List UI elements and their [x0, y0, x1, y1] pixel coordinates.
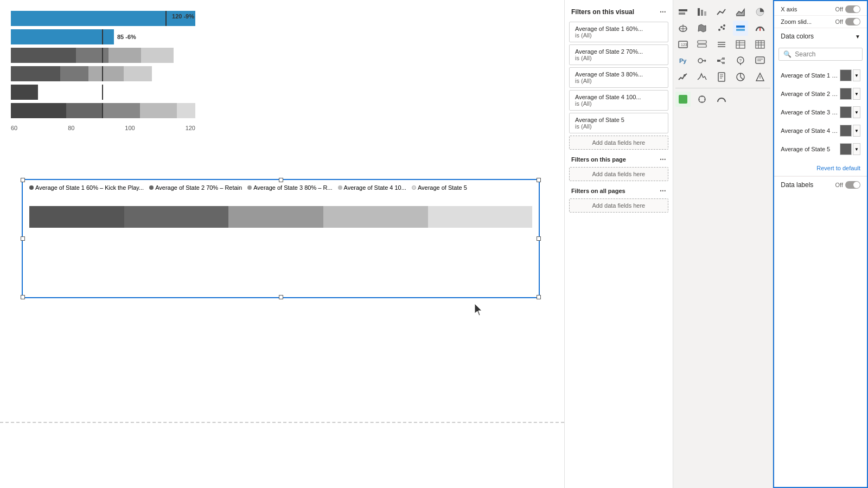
- color-dropdown-3[interactable]: ▼: [853, 106, 860, 118]
- data-colors-list: Average of State 1 60% – ... ▼ Average o…: [774, 64, 867, 160]
- data-labels-toggle[interactable]: Off: [835, 181, 860, 189]
- viz-icon-anomaly[interactable]: [694, 69, 710, 85]
- x-axis-label: X axis: [781, 6, 797, 12]
- filter-add-visual[interactable]: Add data fields here: [569, 136, 668, 150]
- viz-bottom-icons: [673, 89, 773, 109]
- filters-all-menu[interactable]: ···: [660, 187, 666, 195]
- color-swatch-2[interactable]: [840, 88, 852, 100]
- resize-handle-tm[interactable]: [279, 178, 283, 182]
- svg-point-33: [698, 59, 703, 63]
- viz-icon-key-influencers[interactable]: [694, 53, 710, 68]
- filter-item-2[interactable]: Average of State 2 70%... is (All): [569, 44, 668, 65]
- svg-rect-45: [756, 57, 764, 63]
- data-colors-header[interactable]: Data colors ▼: [774, 28, 867, 44]
- axis-label-120: 120: [186, 125, 195, 131]
- filter-add-all[interactable]: Add data fields here: [569, 198, 668, 213]
- widget-bar-area: [23, 195, 539, 232]
- viz-icon-card[interactable]: 123: [675, 37, 691, 52]
- color-item-4: Average of State 4 100% – ... ▼: [774, 121, 867, 140]
- filter-add-page[interactable]: Add data fields here: [569, 167, 668, 181]
- search-input[interactable]: [795, 50, 858, 58]
- viz-icon-filled-map[interactable]: [694, 21, 710, 36]
- filter-title-4: Average of State 4 100...: [575, 94, 662, 100]
- filter-item-1[interactable]: Average of State 1 60%... is (All): [569, 22, 668, 42]
- zoom-label: Zoom slid...: [781, 18, 812, 25]
- viz-icon-slicer[interactable]: [714, 37, 729, 52]
- color-picker-3[interactable]: ▼: [840, 106, 860, 118]
- filter-item-4[interactable]: Average of State 4 100... is (All): [569, 90, 668, 111]
- color-dropdown-2[interactable]: ▼: [853, 88, 860, 100]
- revert-button[interactable]: Revert to default: [774, 160, 867, 176]
- resize-handle-tr[interactable]: [537, 178, 541, 182]
- svg-rect-5: [704, 11, 706, 16]
- legend-item-3: Average of State 3 80% – R...: [247, 184, 332, 191]
- color-swatch-5[interactable]: [840, 143, 852, 155]
- chart-widget[interactable]: Average of State 1 60% – Kick the Play..…: [22, 179, 540, 298]
- legend-dot-2: [149, 185, 154, 190]
- viz-icon-active-green[interactable]: [675, 92, 691, 107]
- viz-icon-bar[interactable]: [694, 4, 710, 20]
- color-picker-5[interactable]: ▼: [840, 143, 860, 155]
- viz-icon-smart-narrative[interactable]: [752, 53, 768, 68]
- x-axis-track[interactable]: [845, 5, 860, 13]
- legend-item-2: Average of State 2 70% – Retain: [149, 184, 242, 191]
- filter-item-5[interactable]: Average of State 5 is (All): [569, 113, 668, 133]
- color-picker-2[interactable]: ▼: [840, 88, 860, 100]
- viz-icon-decomp-tree[interactable]: [714, 53, 729, 68]
- viz-icon-line-chart[interactable]: [714, 4, 729, 20]
- viz-icon-qa[interactable]: ?: [733, 53, 748, 68]
- search-box[interactable]: 🔍: [778, 48, 863, 61]
- color-swatch-1[interactable]: [840, 69, 852, 81]
- viz-icon-pie[interactable]: [752, 4, 768, 20]
- main-area: 120 -9% 85 -6%: [0, 0, 564, 488]
- viz-icon-custom1[interactable]: [733, 69, 748, 85]
- widget-legend: Average of State 1 60% – Kick the Play..…: [23, 180, 539, 195]
- viz-icon-100percent-stacked[interactable]: [733, 21, 748, 36]
- bar-label-1: 120 -9%: [172, 13, 194, 20]
- legend-label-3: Average of State 3 80% – R...: [253, 184, 332, 191]
- x-axis-toggle[interactable]: Off: [835, 5, 860, 13]
- viz-icon-area-chart[interactable]: [733, 4, 748, 20]
- color-label-3: Average of State 3 80% – ...: [781, 109, 840, 115]
- color-picker-1[interactable]: ▼: [840, 69, 860, 81]
- viz-icon-scatter[interactable]: [714, 21, 729, 36]
- viz-panel: 123 Py ?: [673, 0, 774, 488]
- color-dropdown-1[interactable]: ▼: [853, 69, 860, 81]
- resize-handle-mr[interactable]: [537, 236, 541, 241]
- viz-icon-map[interactable]: [675, 21, 691, 36]
- viz-icon-format[interactable]: [694, 92, 710, 107]
- viz-icon-multirow-card[interactable]: [694, 37, 710, 52]
- viz-icon-custom2[interactable]: [752, 69, 768, 85]
- viz-icon-analytics[interactable]: [714, 92, 729, 107]
- resize-handle-tl[interactable]: [21, 178, 25, 182]
- color-dropdown-4[interactable]: ▼: [853, 125, 860, 137]
- filters-panel: Filters on this visual ··· Average of St…: [565, 0, 673, 488]
- color-dropdown-5[interactable]: ▼: [853, 143, 860, 155]
- viz-icon-table[interactable]: [733, 37, 748, 52]
- viz-icon-stacked-bar[interactable]: [675, 4, 691, 20]
- color-swatch-4[interactable]: [840, 125, 852, 137]
- data-labels-track[interactable]: [845, 181, 860, 189]
- resize-handle-bl[interactable]: [21, 295, 25, 299]
- viz-icon-paginated[interactable]: [714, 69, 729, 85]
- viz-icon-metrics[interactable]: [675, 69, 691, 85]
- zoom-track[interactable]: [845, 18, 860, 25]
- axis-label-60: 60: [11, 125, 17, 131]
- zoom-toggle[interactable]: Off: [835, 18, 860, 25]
- viz-icon-python[interactable]: Py: [675, 53, 691, 68]
- resize-handle-br[interactable]: [537, 295, 541, 299]
- bar-segment-2: [124, 206, 228, 228]
- legend-label-1: Average of State 1 60% – Kick the Play..…: [35, 184, 144, 191]
- viz-icon-gauge[interactable]: [752, 21, 768, 36]
- color-picker-4[interactable]: ▼: [840, 125, 860, 137]
- zoom-section: Zoom slid... Off: [774, 16, 867, 28]
- filters-page-menu[interactable]: ···: [660, 155, 666, 164]
- resize-handle-bm[interactable]: [279, 295, 283, 299]
- resize-handle-ml[interactable]: [21, 236, 25, 241]
- color-swatch-3[interactable]: [840, 106, 852, 118]
- viz-icon-matrix[interactable]: [752, 37, 768, 52]
- svg-line-41: [720, 61, 722, 63]
- filters-visual-menu[interactable]: ···: [660, 8, 666, 16]
- filter-item-3[interactable]: Average of State 3 80%... is (All): [569, 67, 668, 88]
- bar-label-2: 85 -6%: [117, 34, 136, 40]
